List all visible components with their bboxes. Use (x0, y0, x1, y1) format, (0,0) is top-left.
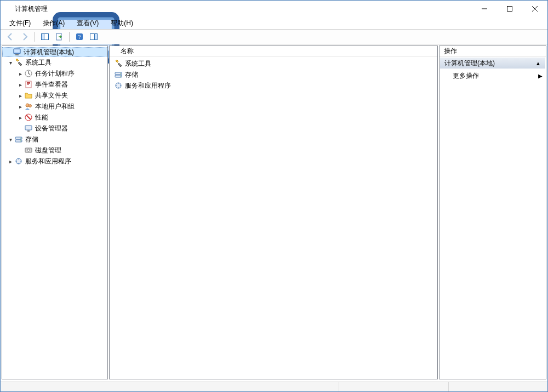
list-item-system-tools[interactable]: 系统工具 (110, 58, 437, 69)
tree-item-label: 共享文件夹 (35, 91, 68, 100)
twisty-collapsed-icon[interactable]: ▸ (16, 115, 24, 121)
actions-section-header[interactable]: 计算机管理(本地) ▲ (439, 57, 546, 69)
close-button[interactable] (522, 1, 547, 17)
storage-icon (114, 70, 123, 79)
disk-icon (24, 146, 33, 155)
maximize-button[interactable] (497, 1, 522, 17)
storage-icon (14, 135, 23, 144)
app-icon (4, 4, 13, 13)
event-viewer-icon (24, 80, 33, 89)
tree-storage[interactable]: ▾ 存储 (2, 134, 107, 145)
statusbar (1, 382, 547, 391)
tree-root[interactable]: 计算机管理(本地) (2, 47, 107, 57)
toolbar (1, 29, 547, 44)
submenu-arrow-icon: ▶ (538, 73, 543, 79)
tree-item-label: 存储 (25, 135, 38, 144)
menu-help[interactable]: 帮助(H) (106, 18, 138, 29)
tree-device-manager[interactable]: 设备管理器 (2, 123, 107, 134)
services-icon (114, 81, 123, 90)
list-item-label: 存储 (125, 70, 138, 79)
show-hide-tree-button[interactable] (38, 31, 52, 43)
services-icon (14, 157, 23, 166)
menu-file[interactable]: 文件(F) (5, 18, 35, 29)
window-title: 计算机管理 (15, 4, 472, 14)
forward-button[interactable] (18, 31, 31, 43)
twisty-collapsed-icon[interactable]: ▸ (16, 71, 24, 77)
actions-more[interactable]: 更多操作 ▶ (439, 69, 546, 82)
tree-shared-folders[interactable]: ▸ 共享文件夹 (2, 90, 107, 101)
tools-icon (14, 58, 23, 67)
menu-view[interactable]: 查看(V) (72, 18, 103, 29)
tree-pane[interactable]: 计算机管理(本地) ▾ 系统工具 ▸ 任务计划程序 ▸ 事件查看 (2, 46, 108, 379)
tree-task-scheduler[interactable]: ▸ 任务计划程序 (2, 68, 107, 79)
list-pane[interactable]: 名称 系统工具 存储 服务和应用程序 (109, 46, 438, 379)
tree-item-label: 任务计划程序 (35, 69, 75, 78)
clock-icon (24, 69, 33, 78)
tree-item-label: 系统工具 (25, 58, 52, 67)
tools-icon (114, 59, 123, 68)
column-name[interactable]: 名称 (117, 47, 137, 56)
device-manager-icon (24, 124, 33, 133)
list-item-label: 系统工具 (125, 59, 151, 69)
menubar: 文件(F) 操作(A) 查看(V) 帮助(H) (1, 17, 547, 29)
list-item-storage[interactable]: 存储 (110, 69, 437, 80)
export-list-button[interactable] (53, 31, 66, 43)
twisty-collapsed-icon[interactable]: ▸ (16, 104, 24, 110)
tree-root-label: 计算机管理(本地) (24, 48, 74, 57)
users-icon (24, 102, 33, 111)
titlebar: 计算机管理 (1, 1, 547, 17)
list-header[interactable]: 名称 (110, 46, 437, 57)
tree-system-tools[interactable]: ▾ 系统工具 (2, 57, 107, 68)
tree-services-apps[interactable]: ▸ 服务和应用程序 (2, 156, 107, 167)
list-item-label: 服务和应用程序 (125, 81, 171, 90)
menu-action[interactable]: 操作(A) (38, 18, 69, 29)
twisty-expanded-icon[interactable]: ▾ (7, 60, 14, 66)
toolbar-separator (35, 32, 35, 42)
twisty-collapsed-icon[interactable]: ▸ (16, 93, 24, 99)
actions-section-title: 计算机管理(本地) (444, 59, 495, 68)
tree-item-label: 服务和应用程序 (25, 157, 71, 166)
tree-item-label: 事件查看器 (35, 80, 68, 89)
minimize-button[interactable] (472, 1, 497, 17)
chevron-up-icon: ▲ (535, 60, 541, 66)
twisty-collapsed-icon[interactable]: ▸ (16, 82, 24, 88)
shared-folder-icon (24, 91, 33, 100)
tree-event-viewer[interactable]: ▸ 事件查看器 (2, 79, 107, 90)
twisty-collapsed-icon[interactable]: ▸ (7, 158, 14, 164)
tree-item-label: 本地用户和组 (35, 102, 75, 111)
actions-more-label: 更多操作 (453, 71, 479, 81)
tree-item-label: 性能 (35, 113, 48, 122)
tree-performance[interactable]: ▸ 性能 (2, 112, 107, 123)
performance-icon (24, 113, 33, 122)
content-area: 计算机管理(本地) ▾ 系统工具 ▸ 任务计划程序 ▸ 事件查看 (1, 44, 547, 382)
toolbar-separator (69, 32, 70, 42)
show-hide-actions-button[interactable] (87, 31, 100, 43)
computer-icon (13, 48, 21, 56)
actions-pane: 操作 计算机管理(本地) ▲ 更多操作 ▶ (439, 46, 546, 379)
svg-rect-27 (507, 7, 512, 12)
tree-disk-management[interactable]: 磁盘管理 (2, 145, 107, 156)
tree-item-label: 设备管理器 (35, 124, 68, 133)
list-item-services-apps[interactable]: 服务和应用程序 (110, 80, 437, 91)
actions-pane-title: 操作 (439, 46, 546, 57)
tree-item-label: 磁盘管理 (35, 146, 61, 155)
help-button[interactable] (73, 31, 86, 43)
twisty-expanded-icon[interactable]: ▾ (7, 137, 14, 143)
tree-local-users-groups[interactable]: ▸ 本地用户和组 (2, 101, 107, 112)
back-button[interactable] (4, 31, 17, 43)
